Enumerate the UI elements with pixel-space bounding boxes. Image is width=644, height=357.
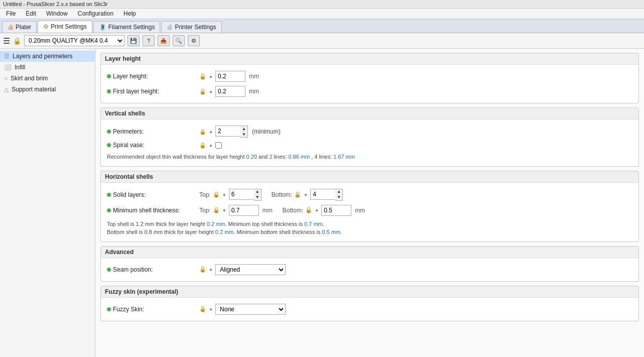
menu-window[interactable]: Window xyxy=(44,10,70,18)
solid-layers-top-spin-down[interactable]: ▼ xyxy=(254,195,261,200)
tab-print-settings-label: Print Settings xyxy=(51,23,86,30)
seam-position-dropdown[interactable]: Aligned Nearest Random Rear xyxy=(215,264,286,275)
spiral-vase-checkbox[interactable] xyxy=(215,142,222,149)
solid-layers-top-spin-up[interactable]: ▲ xyxy=(254,189,261,195)
profile-selector[interactable]: 0.20mm QUALITY @MK4 0.4 0.10mm DETAIL @M… xyxy=(24,35,124,46)
solid-layers-top-bullet: ● xyxy=(223,192,226,197)
solid-layers-bottom-spin-up[interactable]: ▲ xyxy=(335,189,342,195)
section-fuzzy-skin-body: Fuzzy Skin: 🔒 ● None Outside walls All w… xyxy=(101,298,638,321)
fuzzy-skin-lock: 🔒 xyxy=(199,306,206,312)
settings-button[interactable]: ⚙ xyxy=(188,35,200,46)
print-settings-icon: ⚙ xyxy=(43,23,49,30)
solid-layers-bottom-spin-down[interactable]: ▼ xyxy=(335,195,342,200)
title-text: Untitled - PrusaSlicer 2.x.x based on Sl… xyxy=(3,1,107,7)
perimeters-row: Perimeters: 🔒 ● ▲ ▼ (minimum) xyxy=(107,124,632,140)
min-shell-dot xyxy=(107,208,111,212)
sidebar-item-skirt-label: Skirt and brim xyxy=(11,75,48,82)
solid-layers-top-spin-buttons[interactable]: ▲ ▼ xyxy=(254,189,262,201)
first-layer-height-unit: mm xyxy=(249,88,259,95)
solid-layers-top-input[interactable] xyxy=(229,189,254,200)
sidebar-item-infill[interactable]: ⬜ Infill xyxy=(0,62,95,73)
min-shell-bottom-bullet: ● xyxy=(315,207,318,213)
menu-configuration[interactable]: Configuration xyxy=(76,10,115,18)
min-shell-bottom-input[interactable] xyxy=(321,205,351,216)
solid-layers-bottom-label: Bottom: xyxy=(272,191,292,198)
help-button[interactable]: ? xyxy=(143,35,155,46)
layers-perimeters-icon: ☰ xyxy=(4,53,10,60)
seam-position-dot xyxy=(107,268,111,272)
search-button[interactable]: 🔍 xyxy=(173,35,185,46)
fuzzy-skin-label-group: Fuzzy Skin: xyxy=(107,306,197,313)
min-shell-top-bullet: ● xyxy=(223,207,226,213)
lock-icon: 🔒 xyxy=(13,37,21,45)
sidebar-item-infill-label: Infill xyxy=(15,64,25,71)
section-horizontal-shells-body: Solid layers: Top: 🔒 ● ▲ ▼ Bottom: 🔒 ● xyxy=(101,183,638,242)
perimeters-label: Perimeters: xyxy=(113,128,144,135)
tab-plater-label: Plater xyxy=(16,24,31,31)
solid-layers-top-label: Top: xyxy=(199,191,211,198)
solid-layers-label: Solid layers: xyxy=(113,191,146,198)
min-shell-bottom-label: Bottom: xyxy=(283,207,303,214)
first-layer-height-lock: 🔒 xyxy=(199,88,206,95)
solid-layers-bottom-spinner[interactable]: ▲ ▼ xyxy=(310,189,343,201)
tab-filament-settings[interactable]: 🧵 Filament Settings xyxy=(93,21,161,33)
hs-hl-2: 0.7 mm xyxy=(304,221,323,227)
vs-info-text: Recommended object thin wall thickness f… xyxy=(107,154,355,160)
spiral-vase-lock: 🔒 xyxy=(199,142,206,149)
perimeters-dot xyxy=(107,130,111,134)
spiral-vase-row: Spiral vase: 🔒 ● xyxy=(107,140,632,151)
solid-layers-bottom-bullet: ● xyxy=(304,192,307,197)
min-shell-top-unit: mm xyxy=(263,207,273,214)
save-button[interactable]: 💾 xyxy=(127,35,140,46)
menu-bar: File Edit Window Configuration Help xyxy=(0,9,644,19)
export-button[interactable]: 📤 xyxy=(158,35,170,46)
profile-dropdown[interactable]: 0.20mm QUALITY @MK4 0.4 0.10mm DETAIL @M… xyxy=(24,35,124,46)
sidebar-item-layers-perimeters[interactable]: ☰ Layers and perimeters xyxy=(0,51,95,62)
hs-hl-3: 0.2 mm xyxy=(215,229,234,235)
hs-info-line1: Top shell is 1.2 mm thick for layer heig… xyxy=(107,220,632,228)
solid-layers-bottom-spin-buttons[interactable]: ▲ ▼ xyxy=(335,189,343,201)
solid-layers-bottom-input[interactable] xyxy=(310,189,335,200)
layer-height-label: Layer height: xyxy=(113,73,148,80)
perimeters-bullet: ● xyxy=(209,129,212,135)
layer-height-input[interactable] xyxy=(215,71,245,82)
plater-icon: 🖨 xyxy=(8,24,14,31)
infill-icon: ⬜ xyxy=(4,64,12,71)
menu-file[interactable]: File xyxy=(4,10,18,18)
sidebar-item-support-label: Support material xyxy=(12,86,56,93)
tab-plater[interactable]: 🖨 Plater xyxy=(2,21,37,33)
solid-layers-top-spinner[interactable]: ▲ ▼ xyxy=(229,189,262,201)
perimeters-input[interactable] xyxy=(215,126,240,137)
solid-layers-row: Solid layers: Top: 🔒 ● ▲ ▼ Bottom: 🔒 ● xyxy=(107,187,632,203)
menu-help[interactable]: Help xyxy=(121,10,138,18)
layer-height-unit: mm xyxy=(249,73,259,80)
hs-info-line2: Bottom shell is 0.8 mm thick for layer h… xyxy=(107,228,632,236)
menu-edit[interactable]: Edit xyxy=(24,10,38,18)
first-layer-height-dot xyxy=(107,89,111,93)
spiral-vase-label-group: Spiral vase: xyxy=(107,142,197,149)
seam-position-lock: 🔒 xyxy=(199,266,206,273)
sidebar-item-layers-label: Layers and perimeters xyxy=(13,53,72,60)
filament-settings-icon: 🧵 xyxy=(99,24,106,31)
min-shell-top-lock: 🔒 xyxy=(213,207,220,213)
perimeters-label-group: Perimeters: xyxy=(107,128,197,135)
fuzzy-skin-dropdown[interactable]: None Outside walls All walls xyxy=(215,304,286,315)
fuzzy-skin-bullet: ● xyxy=(209,306,212,312)
perimeters-spinner[interactable]: ▲ ▼ xyxy=(215,126,248,138)
min-shell-thickness-row: Minimum shell thickness: Top: 🔒 ● mm Bot… xyxy=(107,203,632,218)
min-shell-bottom-unit: mm xyxy=(355,207,365,214)
min-shell-top-input[interactable] xyxy=(229,205,259,216)
tab-bar: 🖨 Plater ⚙ Print Settings 🧵 Filament Set… xyxy=(0,19,644,33)
perimeters-spin-up[interactable]: ▲ xyxy=(240,126,247,132)
section-layer-height-title: Layer height xyxy=(101,53,638,65)
perimeters-spin-down[interactable]: ▼ xyxy=(240,132,247,137)
sidebar-item-skirt-brim[interactable]: ○ Skirt and brim xyxy=(0,73,95,84)
skirt-icon: ○ xyxy=(4,75,8,82)
toolbar: ☰ 🔒 0.20mm QUALITY @MK4 0.4 0.10mm DETAI… xyxy=(0,33,644,49)
tab-print-settings[interactable]: ⚙ Print Settings xyxy=(38,21,92,33)
tab-printer-settings[interactable]: 🖨 Printer Settings xyxy=(161,21,221,33)
seam-position-label: Seam position: xyxy=(113,266,153,273)
perimeters-spin-buttons[interactable]: ▲ ▼ xyxy=(240,126,248,138)
first-layer-height-input[interactable] xyxy=(215,86,245,97)
sidebar-item-support-material[interactable]: △ Support material xyxy=(0,84,95,95)
